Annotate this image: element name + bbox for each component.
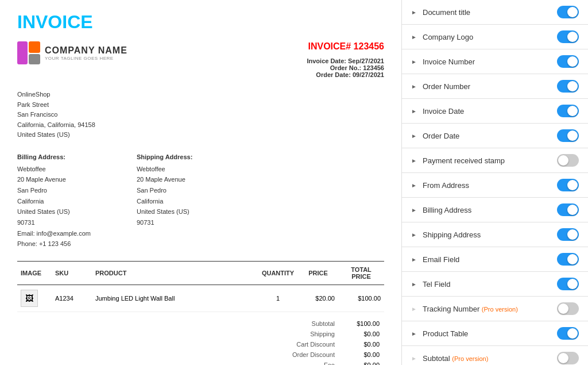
settings-item-payment-stamp[interactable]: ► Payment received stamp bbox=[402, 148, 588, 173]
toggle-from-address[interactable] bbox=[557, 179, 579, 191]
invoice-title: INVOICE bbox=[17, 11, 384, 33]
settings-item-order-date[interactable]: ► Order Date bbox=[402, 124, 588, 148]
chevron-icon: ► bbox=[411, 83, 418, 90]
settings-label: Shipping Address bbox=[423, 230, 552, 239]
settings-label: From Address bbox=[423, 181, 552, 190]
settings-panel: ► Document title ► Company Logo ► Invoic… bbox=[402, 0, 588, 365]
invoice-meta: Invoice Date: Sep/27/2021 Order No.: 123… bbox=[307, 57, 384, 78]
product-total-cell: $100.00 bbox=[338, 285, 384, 312]
chevron-icon: ► bbox=[411, 34, 418, 40]
settings-label: Invoice Date bbox=[423, 107, 552, 116]
toggle-shipping-address[interactable] bbox=[557, 228, 579, 241]
toggle-order-number[interactable] bbox=[557, 80, 579, 93]
pro-label: (Pro version) bbox=[482, 306, 518, 313]
chevron-icon: ► bbox=[411, 355, 418, 362]
settings-item-tel-field[interactable]: ► Tel Field bbox=[402, 272, 588, 297]
chevron-icon: ► bbox=[411, 59, 418, 65]
chevron-icon: ► bbox=[411, 256, 418, 263]
col-header-sku: SKU bbox=[52, 262, 92, 285]
shipping-row: Shipping $0.00 bbox=[270, 329, 383, 339]
cart-discount-row: Cart Discount $0.00 bbox=[270, 340, 383, 349]
company-name-block: COMPANY NAME YOUR TAGLINE GOES HERE bbox=[45, 45, 127, 61]
settings-item-shipping-address[interactable]: ► Shipping Address bbox=[402, 222, 588, 247]
settings-item-from-address[interactable]: ► From Address bbox=[402, 173, 588, 198]
svg-rect-2 bbox=[29, 54, 40, 64]
chevron-icon: ► bbox=[411, 9, 418, 16]
settings-item-tracking-number[interactable]: ► Tracking Number (Pro version) bbox=[402, 297, 588, 321]
from-address: OnlineShop Park Street San Francisco Cal… bbox=[17, 90, 384, 140]
settings-item-document-title[interactable]: ► Document title bbox=[402, 0, 588, 25]
toggle-subtotal[interactable] bbox=[557, 352, 579, 364]
settings-item-billing-address[interactable]: ► Billing Address bbox=[402, 198, 588, 222]
order-discount-row: Order Discount $0.00 bbox=[270, 350, 383, 359]
company-logo-icon bbox=[17, 41, 40, 64]
product-image-placeholder: 🖼 bbox=[21, 290, 38, 307]
settings-label: Invoice Number bbox=[423, 57, 552, 66]
settings-label: Company Logo bbox=[423, 33, 552, 41]
chevron-icon: ► bbox=[411, 306, 418, 312]
chevron-icon: ► bbox=[411, 182, 418, 189]
toggle-tracking-number[interactable] bbox=[557, 302, 579, 315]
company-logo-area: COMPANY NAME YOUR TAGLINE GOES HERE bbox=[17, 41, 127, 64]
toggle-product-table[interactable] bbox=[557, 327, 579, 340]
toggle-tel-field[interactable] bbox=[557, 278, 579, 290]
table-row: 🖼 A1234 Jumbing LED Light Wall Ball 1 $2… bbox=[17, 285, 384, 312]
billing-address-block: Billing Address: Webtoffee 20 Maple Aven… bbox=[17, 152, 91, 249]
toggle-invoice-date[interactable] bbox=[557, 105, 579, 117]
settings-item-invoice-date[interactable]: ► Invoice Date bbox=[402, 99, 588, 124]
settings-label: Payment received stamp bbox=[423, 156, 552, 165]
settings-item-company-logo[interactable]: ► Company Logo bbox=[402, 25, 588, 49]
settings-label: Document title bbox=[423, 8, 552, 17]
col-header-total: TOTAL PRICE bbox=[338, 262, 384, 285]
settings-label: Tracking Number (Pro version) bbox=[423, 305, 552, 313]
toggle-order-date[interactable] bbox=[557, 129, 579, 142]
shipping-address-block: Shipping Address: Webtoffee 20 Maple Ave… bbox=[137, 152, 192, 249]
toggle-email-field[interactable] bbox=[557, 253, 579, 266]
pro-label: (Pro version) bbox=[452, 355, 488, 362]
product-name-cell: Jumbing LED Light Wall Ball bbox=[92, 285, 258, 312]
order-no-line: Order No.: 123456 bbox=[307, 64, 384, 71]
settings-item-invoice-number[interactable]: ► Invoice Number bbox=[402, 49, 588, 74]
order-date-line: Order Date: 09/27/2021 bbox=[307, 71, 384, 78]
settings-label: Order Number bbox=[423, 82, 552, 91]
chevron-icon: ► bbox=[411, 157, 418, 164]
toggle-company-logo[interactable] bbox=[557, 30, 579, 43]
company-tagline: YOUR TAGLINE GOES HERE bbox=[45, 56, 127, 61]
subtotal-row: Subtotal $100.00 bbox=[270, 319, 383, 328]
company-name: COMPANY NAME bbox=[45, 45, 127, 56]
toggle-payment-stamp[interactable] bbox=[557, 154, 579, 167]
fee-row: Fee $0.00 bbox=[270, 360, 383, 365]
invoice-panel: INVOICE COMPANY NAME YOUR TAGLINE GOES H… bbox=[0, 0, 402, 365]
chevron-icon: ► bbox=[411, 207, 418, 213]
product-image-cell: 🖼 bbox=[17, 285, 52, 312]
settings-label: Subtotal (Pro version) bbox=[423, 354, 552, 363]
totals-table: Subtotal $100.00 Shipping $0.00 Cart Dis… bbox=[269, 318, 384, 365]
col-header-quantity: QUANTITY bbox=[258, 262, 298, 285]
settings-item-subtotal[interactable]: ► Subtotal (Pro version) bbox=[402, 346, 588, 365]
settings-label: Product Table bbox=[423, 329, 552, 338]
col-header-product: PRODUCT bbox=[92, 262, 258, 285]
settings-label: Billing Address bbox=[423, 206, 552, 214]
settings-label: Tel Field bbox=[423, 280, 552, 289]
invoice-number: INVOICE# 123456 bbox=[308, 41, 384, 52]
toggle-document-title[interactable] bbox=[557, 6, 579, 18]
totals-section: Subtotal $100.00 Shipping $0.00 Cart Dis… bbox=[17, 318, 384, 365]
settings-item-email-field[interactable]: ► Email Field bbox=[402, 247, 588, 272]
toggle-billing-address[interactable] bbox=[557, 203, 579, 216]
invoice-header: COMPANY NAME YOUR TAGLINE GOES HERE INVO… bbox=[17, 41, 384, 78]
chevron-icon: ► bbox=[411, 133, 418, 139]
chevron-icon: ► bbox=[411, 331, 418, 337]
product-table: IMAGE SKU PRODUCT QUANTITY PRICE TOTAL P… bbox=[17, 261, 384, 312]
invoice-header-right: INVOICE# 123456 Invoice Date: Sep/27/202… bbox=[307, 41, 384, 78]
col-header-image: IMAGE bbox=[17, 262, 52, 285]
chevron-icon: ► bbox=[411, 281, 418, 287]
settings-item-order-number[interactable]: ► Order Number bbox=[402, 74, 588, 99]
svg-rect-1 bbox=[29, 41, 40, 53]
chevron-icon: ► bbox=[411, 232, 418, 238]
settings-item-product-table[interactable]: ► Product Table bbox=[402, 321, 588, 346]
svg-rect-0 bbox=[17, 41, 28, 64]
invoice-date-line: Invoice Date: Sep/27/2021 bbox=[307, 57, 384, 64]
product-sku-cell: A1234 bbox=[52, 285, 92, 312]
addresses-section: Billing Address: Webtoffee 20 Maple Aven… bbox=[17, 152, 384, 249]
toggle-invoice-number[interactable] bbox=[557, 55, 579, 68]
